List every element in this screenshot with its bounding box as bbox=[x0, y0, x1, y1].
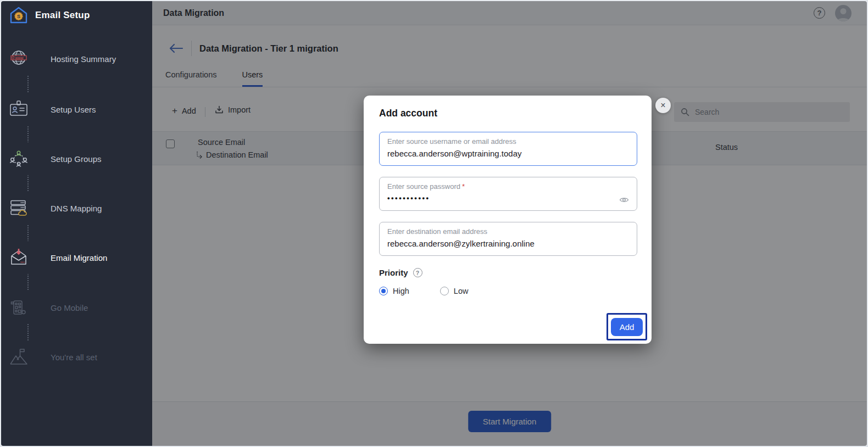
sidebar-item-label: Email Migration bbox=[51, 253, 107, 262]
user-group-icon bbox=[1, 142, 36, 175]
sidebar-item-label: Setup Users bbox=[51, 105, 96, 114]
close-icon: × bbox=[660, 100, 665, 110]
sidebar-item-label: Go Mobile bbox=[51, 303, 88, 312]
sidebar-item-go-mobile[interactable]: Go Mobile bbox=[1, 291, 152, 324]
priority-low-option[interactable]: Low bbox=[440, 287, 469, 295]
show-password-eye-icon[interactable] bbox=[619, 196, 629, 204]
svg-text:www: www bbox=[14, 56, 24, 60]
source-email-label: Enter source username or email address bbox=[387, 137, 629, 146]
app-window: S Email Setup www Hosting Summary bbox=[0, 0, 868, 447]
destination-email-label: Enter destination email address bbox=[387, 227, 629, 236]
sidebar-item-setup-groups[interactable]: Setup Groups bbox=[1, 142, 152, 175]
modal-title: Add account bbox=[379, 108, 437, 119]
action-highlight-box: Add bbox=[607, 313, 647, 340]
destination-email-field[interactable]: Enter destination email address rebecca.… bbox=[379, 222, 637, 256]
priority-options: High Low bbox=[379, 287, 468, 295]
sidebar: S Email Setup www Hosting Summary bbox=[1, 1, 152, 446]
sidebar-item-setup-users[interactable]: Setup Users bbox=[1, 93, 152, 126]
radio-low[interactable] bbox=[440, 287, 449, 295]
sidebar-item-label: Hosting Summary bbox=[51, 54, 116, 64]
radio-low-label: Low bbox=[454, 287, 469, 295]
globe-www-icon: www bbox=[1, 42, 36, 75]
priority-label: Priority bbox=[379, 268, 408, 277]
radio-high[interactable] bbox=[379, 287, 388, 295]
source-password-label: Enter source password* bbox=[387, 182, 629, 191]
sidebar-item-label: You're all set bbox=[51, 353, 97, 362]
sidebar-item-label: DNS Mapping bbox=[51, 204, 102, 213]
source-password-field[interactable]: Enter source password* ••••••••••• bbox=[379, 177, 637, 211]
email-setup-logo-icon: S bbox=[9, 7, 28, 24]
modal-add-button[interactable]: Add bbox=[611, 318, 643, 336]
sidebar-item-dns-mapping[interactable]: DNS Mapping bbox=[1, 192, 152, 225]
modal-close-button[interactable]: × bbox=[655, 98, 671, 113]
mail-migration-icon bbox=[1, 241, 36, 274]
sidebar-item-all-set[interactable]: You're all set bbox=[1, 340, 152, 373]
id-card-icon bbox=[1, 93, 36, 126]
mountain-flag-icon bbox=[1, 340, 36, 373]
radio-high-label: High bbox=[393, 287, 409, 295]
destination-email-value: rebecca.anderson@zylkertraining.online bbox=[387, 239, 629, 248]
svg-text:S: S bbox=[17, 14, 20, 19]
sidebar-item-hosting-summary[interactable]: www Hosting Summary bbox=[1, 42, 152, 75]
sidebar-header: S Email Setup bbox=[1, 1, 152, 30]
server-cloud-icon bbox=[1, 192, 36, 225]
source-email-value: rebecca.anderson@wptraining.today bbox=[387, 149, 629, 158]
priority-section: Priority ? bbox=[379, 268, 422, 277]
app-title: Email Setup bbox=[35, 10, 90, 21]
required-asterisk: * bbox=[462, 182, 465, 191]
priority-high-option[interactable]: High bbox=[379, 287, 409, 295]
priority-help-icon[interactable]: ? bbox=[413, 268, 422, 277]
source-password-value: ••••••••••• bbox=[387, 194, 629, 202]
sidebar-item-email-migration[interactable]: Email Migration bbox=[1, 241, 152, 274]
source-email-field[interactable]: Enter source username or email address r… bbox=[379, 132, 637, 166]
mobile-qr-icon bbox=[1, 291, 36, 324]
add-account-modal: Add account Enter source username or ema… bbox=[364, 96, 652, 344]
source-password-label-text: Enter source password bbox=[387, 182, 460, 191]
sidebar-item-label: Setup Groups bbox=[51, 154, 102, 164]
